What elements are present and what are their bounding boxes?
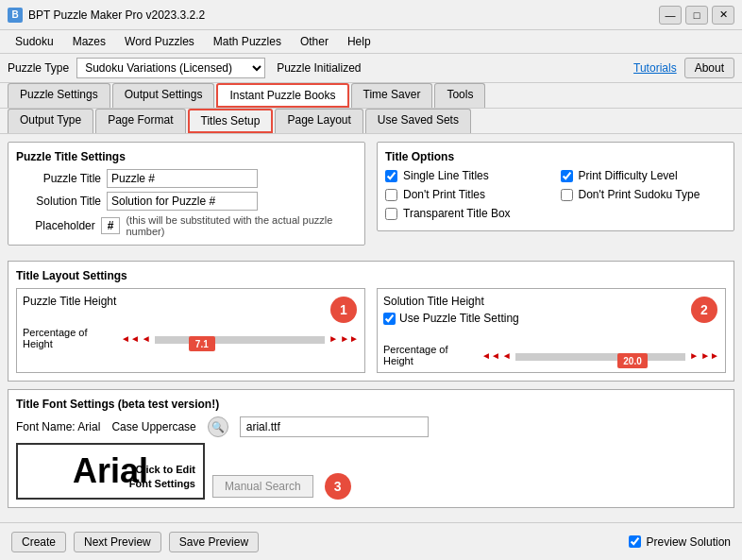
use-puzzle-title-checkbox[interactable] bbox=[383, 313, 396, 325]
right-arrow-1[interactable]: ► bbox=[329, 333, 338, 344]
left-arrow-1[interactable]: ◄ bbox=[142, 333, 151, 344]
maximize-button[interactable]: □ bbox=[685, 6, 708, 25]
double-left-arrow-1[interactable]: ◄◄ bbox=[121, 333, 140, 344]
app-icon: B bbox=[8, 8, 23, 23]
badge-2: 2 bbox=[691, 297, 717, 323]
close-button[interactable]: ✕ bbox=[712, 6, 734, 25]
case-label: Case Uppercase bbox=[111, 420, 195, 433]
puzzle-title-input[interactable] bbox=[107, 169, 258, 188]
font-preview-row: Arial Click to EditFont Settings Manual … bbox=[16, 443, 726, 500]
tab-page-layout[interactable]: Page Layout bbox=[275, 109, 363, 133]
puzzle-title-field-row: Puzzle Title bbox=[16, 169, 357, 188]
print-difficulty-checkbox[interactable] bbox=[561, 170, 573, 182]
menu-bar: Sudoku Mazes Word Puzzles Math Puzzles O… bbox=[0, 30, 742, 54]
tab-page-format[interactable]: Page Format bbox=[95, 109, 185, 133]
app-title: BPT Puzzle Maker Pro v2023.3.2.2 bbox=[28, 8, 659, 22]
manual-search-button[interactable]: Manual Search bbox=[212, 475, 313, 498]
tab-output-settings[interactable]: Output Settings bbox=[112, 83, 215, 108]
puzzle-title-height-box: Puzzle Title Height 1 Percentage of Heig… bbox=[16, 288, 365, 373]
double-left-arrow-2[interactable]: ◄◄ bbox=[481, 350, 500, 361]
top-right-buttons: Tutorials About bbox=[633, 58, 734, 78]
tabs-row-1: Puzzle Settings Output Settings Instant … bbox=[0, 83, 742, 109]
tab-use-saved-sets[interactable]: Use Saved Sets bbox=[365, 109, 471, 133]
percentage-height-label-2: Percentage of Height bbox=[383, 344, 478, 366]
transparent-title-label: Transparent Title Box bbox=[403, 207, 511, 220]
tab-output-type[interactable]: Output Type bbox=[8, 109, 93, 133]
save-preview-button[interactable]: Save Preview bbox=[169, 532, 259, 552]
dont-print-titles-label: Don't Print Titles bbox=[403, 188, 485, 201]
font-filename-input[interactable] bbox=[240, 416, 429, 437]
use-puzzle-title-row: Use Puzzle Title Setting bbox=[383, 312, 719, 325]
create-button[interactable]: Create bbox=[11, 532, 66, 552]
dont-print-sudoku-label: Don't Print Sudoku Type bbox=[579, 188, 700, 201]
solution-title-input[interactable] bbox=[107, 192, 258, 211]
puzzle-initialized-label: Puzzle Initialized bbox=[277, 61, 361, 75]
minimize-button[interactable]: — bbox=[659, 6, 682, 25]
transparent-title-checkbox[interactable] bbox=[385, 208, 397, 220]
dont-print-sudoku-row: Don't Print Sudoku Type bbox=[561, 188, 727, 201]
right-nav-1: ► ►► bbox=[329, 333, 359, 344]
single-line-titles-row: Single Line Titles bbox=[385, 169, 551, 182]
menu-other[interactable]: Other bbox=[293, 32, 336, 51]
font-preview-box[interactable]: Arial Click to EditFont Settings bbox=[16, 443, 205, 500]
title-layout-title: Title Layout Settings bbox=[16, 269, 726, 282]
slider-val-2: 20.0 bbox=[623, 356, 641, 366]
puzzle-title-label: Puzzle Title bbox=[16, 172, 101, 185]
menu-mazes[interactable]: Mazes bbox=[65, 32, 113, 51]
solution-title-field-row: Solution Title bbox=[16, 192, 357, 211]
placeholder-row: Placeholder # (this will be substituted … bbox=[16, 214, 357, 237]
window-controls: — □ ✕ bbox=[659, 6, 734, 25]
slider-row-2: Percentage of Height ◄◄ ◄ 20.0 ► ►► bbox=[383, 344, 719, 366]
left-nav-2: ◄◄ ◄ bbox=[481, 350, 512, 361]
double-right-arrow-1[interactable]: ►► bbox=[340, 333, 359, 344]
slider-track-2[interactable]: 20.0 bbox=[515, 353, 686, 357]
preview-solution-checkbox[interactable] bbox=[629, 535, 641, 548]
placeholder-hint: (this will be substituted with the actua… bbox=[126, 214, 357, 237]
menu-sudoku[interactable]: Sudoku bbox=[8, 32, 61, 51]
title-font-section: Title Font Settings (beta test version!)… bbox=[8, 389, 734, 508]
bottom-right: Preview Solution bbox=[629, 535, 731, 549]
title-bar: B BPT Puzzle Maker Pro v2023.3.2.2 — □ ✕ bbox=[0, 0, 742, 30]
tab-puzzle-settings[interactable]: Puzzle Settings bbox=[8, 83, 110, 108]
badge-1: 1 bbox=[330, 297, 357, 323]
left-nav-1: ◄◄ ◄ bbox=[121, 333, 151, 344]
tab-tools[interactable]: Tools bbox=[434, 83, 485, 108]
search-icon-button[interactable]: 🔍 bbox=[208, 416, 228, 437]
placeholder-hash: # bbox=[101, 217, 121, 234]
dont-print-titles-row: Don't Print Titles bbox=[385, 188, 551, 201]
slider-track-1[interactable]: 7.1 bbox=[155, 336, 326, 340]
font-section-title: Title Font Settings (beta test version!) bbox=[16, 398, 726, 411]
left-arrow-2[interactable]: ◄ bbox=[502, 350, 512, 361]
title-layout-section: Title Layout Settings Puzzle Title Heigh… bbox=[8, 261, 734, 382]
puzzle-type-select[interactable]: Sudoku Variations (Licensed) bbox=[76, 58, 265, 78]
title-options-grid: Single Line Titles Print Difficulty Leve… bbox=[385, 169, 726, 223]
title-options-title: Title Options bbox=[385, 150, 726, 163]
tab-instant-puzzle-books[interactable]: Instant Puzzle Books bbox=[216, 83, 348, 108]
tab-time-saver[interactable]: Time Saver bbox=[351, 83, 433, 108]
next-preview-button[interactable]: Next Preview bbox=[74, 532, 161, 552]
slider-row-1: Percentage of Height ◄◄ ◄ 7.1 ► ►► bbox=[23, 327, 359, 349]
main-content: Puzzle Title Settings Puzzle Title Solut… bbox=[0, 134, 742, 518]
layout-two-col: Puzzle Title Height 1 Percentage of Heig… bbox=[16, 288, 726, 373]
menu-math-puzzles[interactable]: Math Puzzles bbox=[206, 32, 289, 51]
dont-print-sudoku-checkbox[interactable] bbox=[561, 189, 573, 201]
title-options-box: Title Options Single Line Titles Print D… bbox=[377, 142, 734, 231]
right-arrow-2[interactable]: ► bbox=[689, 350, 699, 361]
solution-title-height-label: Solution Title Height bbox=[383, 295, 719, 308]
puzzle-title-settings-title: Puzzle Title Settings bbox=[16, 150, 357, 163]
single-line-titles-checkbox[interactable] bbox=[385, 170, 397, 182]
print-difficulty-row: Print Difficulty Level bbox=[561, 169, 727, 182]
badge-3: 3 bbox=[325, 473, 351, 500]
tutorials-link[interactable]: Tutorials bbox=[633, 58, 677, 78]
double-right-arrow-2[interactable]: ►► bbox=[700, 350, 719, 361]
about-button[interactable]: About bbox=[684, 58, 734, 78]
single-line-titles-label: Single Line Titles bbox=[403, 169, 489, 182]
manual-search-row: Manual Search 3 bbox=[212, 473, 351, 500]
tab-titles-setup[interactable]: Titles Setup bbox=[188, 109, 274, 133]
placeholder-label: Placeholder bbox=[16, 219, 95, 232]
puzzle-type-label: Puzzle Type bbox=[8, 61, 69, 75]
dont-print-titles-checkbox[interactable] bbox=[385, 189, 397, 201]
menu-help[interactable]: Help bbox=[340, 32, 379, 51]
menu-word-puzzles[interactable]: Word Puzzles bbox=[117, 32, 202, 51]
preview-solution-label: Preview Solution bbox=[647, 535, 731, 549]
